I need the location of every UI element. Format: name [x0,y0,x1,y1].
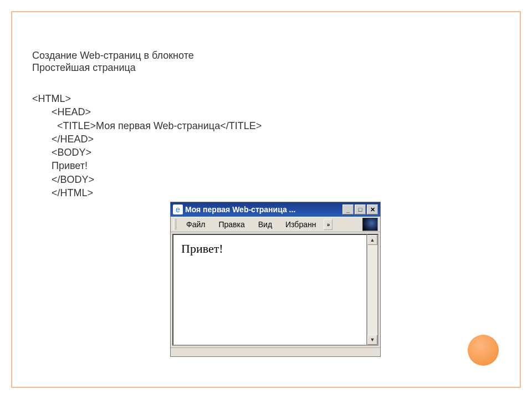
ie-icon: e [173,204,183,214]
viewport: Привет! [172,234,367,346]
slide-heading: Создание Web-страниц в блокноте Простейш… [32,50,194,74]
close-button[interactable]: ✕ [367,204,378,214]
window-title: Моя первая Web-страница ... [185,205,340,214]
menu-edit[interactable]: Правка [212,219,251,230]
code-listing: <HTML> <HEAD> <TITLE>Моя первая Web-стра… [32,92,262,200]
menubar: Файл Правка Вид Избранн » [171,217,380,232]
vertical-scrollbar[interactable]: ▲ ▼ [367,234,378,346]
code-line: </HEAD> [32,132,262,146]
statusbar [171,347,380,356]
maximize-button[interactable]: □ [355,204,366,214]
minimize-button[interactable]: _ [342,204,354,214]
heading-line-1: Создание Web-страниц в блокноте [32,50,194,62]
code-line: </HTML> [32,186,262,200]
heading-line-2: Простейшая страница [32,62,194,74]
code-line: </BODY> [32,173,262,186]
ie-throbber-icon [362,218,378,231]
window-controls: _ □ ✕ [342,204,378,214]
decorative-circle [468,335,499,366]
titlebar[interactable]: e Моя первая Web-страница ... _ □ ✕ [171,202,380,217]
scroll-up-button[interactable]: ▲ [367,235,377,245]
code-line: <BODY> [32,146,262,159]
menu-expand-button[interactable]: » [324,219,332,230]
menu-favorites[interactable]: Избранн [279,219,323,230]
toolbar-grip[interactable] [173,219,176,230]
scroll-track[interactable] [367,245,377,335]
content-pane: Привет! ▲ ▼ [171,232,380,347]
scroll-down-button[interactable]: ▼ [367,335,377,345]
code-line: <HEAD> [32,105,262,119]
menu-file[interactable]: Файл [180,219,212,230]
page-body-text: Привет! [181,242,223,255]
code-line: Привет! [32,159,262,172]
code-line: <TITLE>Моя первая Web-страница</TITLE> [32,119,262,132]
browser-window: e Моя первая Web-страница ... _ □ ✕ Файл… [171,202,380,356]
menu-view[interactable]: Вид [252,219,279,230]
code-line: <HTML> [32,92,262,105]
